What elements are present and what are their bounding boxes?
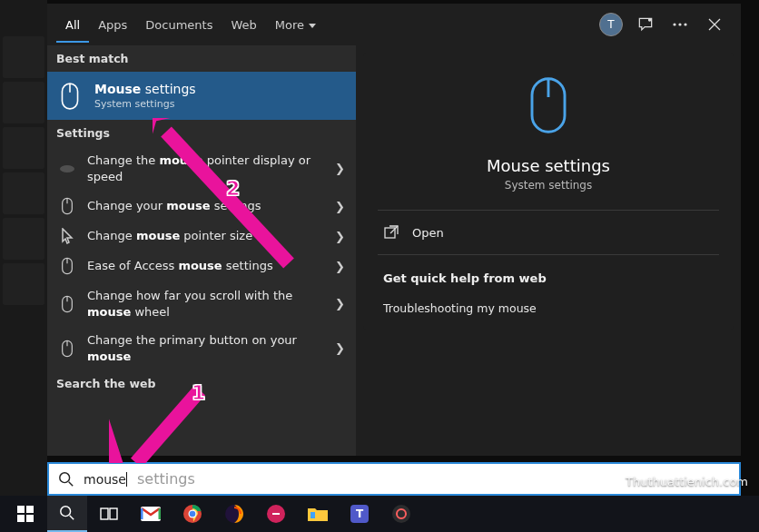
svg-point-2 [678, 23, 681, 25]
chevron-right-icon: ❯ [335, 297, 345, 310]
settings-result-text: Change the mouse pointer display or spee… [87, 153, 324, 184]
search-tabs-bar: All Apps Documents Web More T [47, 4, 741, 45]
settings-result-text: Ease of Access mouse settings [87, 258, 324, 274]
account-avatar[interactable]: T [594, 7, 628, 42]
taskbar-chrome-icon[interactable] [172, 496, 212, 532]
annotation-label-2: 2 [226, 177, 240, 200]
svg-rect-19 [17, 506, 25, 513]
best-match-title: Mouse settings [94, 82, 196, 96]
section-settings: Settings [47, 120, 356, 146]
desktop-icon[interactable] [3, 218, 44, 260]
svg-point-0 [649, 19, 651, 21]
watermark: Thuthuattienich.com [626, 475, 748, 488]
mouse-icon [58, 197, 76, 215]
svg-point-23 [61, 507, 71, 517]
search-icon [58, 471, 74, 488]
tab-documents[interactable]: Documents [136, 7, 222, 43]
mouse-icon [524, 74, 573, 140]
svg-rect-25 [110, 508, 117, 519]
search-typed-text: mouse [84, 472, 128, 487]
taskbar-gmail-icon[interactable] [131, 496, 171, 532]
quick-help-link[interactable]: Troubleshooting my mouse [378, 294, 719, 322]
taskbar-task-view[interactable] [89, 496, 129, 532]
settings-result[interactable]: Change the primary button on your mouse❯ [47, 326, 356, 370]
tab-apps[interactable]: Apps [89, 7, 136, 43]
chevron-right-icon: ❯ [335, 230, 345, 243]
settings-result[interactable]: Change how far you scroll with the mouse… [47, 281, 356, 326]
open-icon [383, 224, 399, 241]
best-match-subtitle: System settings [94, 98, 196, 110]
svg-rect-17 [385, 228, 395, 238]
settings-result[interactable]: Change the mouse pointer display or spee… [47, 146, 356, 191]
svg-rect-21 [17, 515, 25, 522]
mouse-icon [58, 257, 76, 275]
search-suggestion: settings [137, 470, 195, 488]
more-options-icon[interactable] [663, 7, 697, 42]
desktop-icon[interactable] [3, 172, 44, 214]
desktop-left-strip [0, 0, 47, 496]
svg-point-1 [673, 23, 675, 25]
chevron-right-icon: ❯ [335, 200, 345, 213]
preview-pane: Mouse settings System settings Open Get … [356, 45, 741, 456]
svg-rect-32 [310, 512, 315, 518]
settings-result-text: Change mouse pointer size [87, 228, 324, 244]
svg-rect-22 [26, 515, 34, 522]
settings-result[interactable]: Ease of Access mouse settings❯ [47, 251, 356, 281]
svg-point-18 [60, 472, 70, 482]
svg-text:T: T [356, 507, 364, 520]
taskbar-app-icon[interactable] [256, 496, 296, 532]
mouse-icon [58, 295, 76, 313]
settings-result[interactable]: Change mouse pointer size❯ [47, 222, 356, 251]
chevron-right-icon: ❯ [335, 341, 345, 355]
settings-result-text: Change your mouse settings [87, 198, 324, 214]
mouse-icon [58, 84, 82, 108]
chevron-right-icon: ❯ [335, 162, 345, 175]
open-label: Open [412, 226, 444, 240]
quick-help-header: Get quick help from web [378, 255, 719, 294]
preview-subtitle: System settings [505, 179, 592, 192]
svg-point-3 [684, 23, 686, 25]
close-search-button[interactable] [697, 7, 732, 42]
tab-all[interactable]: All [56, 7, 89, 43]
tab-web[interactable]: Web [222, 7, 265, 43]
taskbar-explorer-icon[interactable] [298, 496, 338, 532]
open-action[interactable]: Open [378, 211, 719, 254]
desktop-icon[interactable] [3, 36, 44, 78]
svg-point-35 [392, 505, 410, 523]
desktop-icon[interactable] [3, 82, 44, 123]
settings-result-text: Change how far you scroll with the mouse… [87, 288, 324, 320]
settings-result[interactable]: Change your mouse settings❯ [47, 191, 356, 222]
preview-title: Mouse settings [487, 156, 610, 175]
start-button[interactable] [5, 496, 45, 532]
svg-rect-24 [101, 508, 108, 519]
taskbar-teams-icon[interactable]: T [340, 496, 380, 532]
cursor-icon [58, 228, 76, 244]
desktop-icon[interactable] [3, 263, 44, 305]
annotation-label-1: 1 [192, 381, 205, 404]
svg-point-6 [60, 165, 74, 172]
section-best-match: Best match [47, 45, 356, 72]
feedback-icon[interactable] [628, 7, 663, 42]
settings-result-text: Change the primary button on your mouse [87, 332, 324, 364]
svg-rect-20 [26, 506, 34, 513]
taskbar: T [0, 496, 759, 532]
desktop-icon[interactable] [3, 127, 44, 169]
svg-point-29 [190, 511, 196, 517]
mouse-icon [58, 340, 76, 358]
tab-more[interactable]: More [266, 7, 325, 43]
generic-icon [58, 164, 76, 173]
taskbar-app-icon[interactable] [381, 496, 421, 532]
chevron-right-icon: ❯ [335, 260, 345, 273]
taskbar-firefox-icon[interactable] [214, 496, 254, 532]
taskbar-search-button[interactable] [47, 496, 87, 532]
best-match-result[interactable]: Mouse settings System settings [47, 72, 356, 120]
avatar-badge: T [599, 13, 623, 36]
